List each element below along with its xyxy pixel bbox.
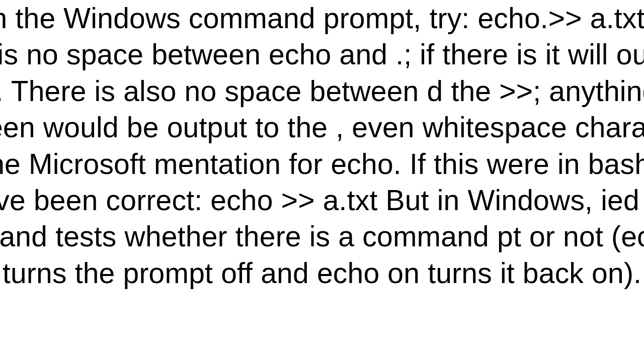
document-body-text: 1: In the Windows command prompt, try: e… <box>0 0 644 291</box>
